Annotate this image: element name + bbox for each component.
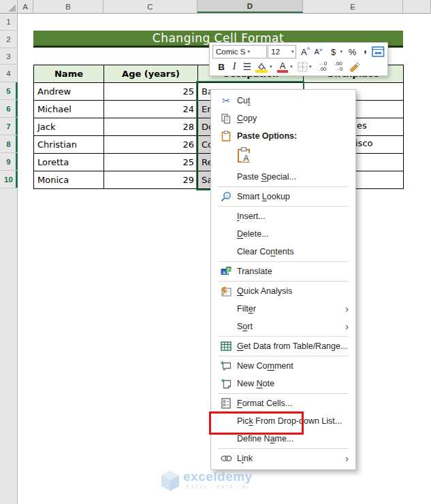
menu-item-delete[interactable]: Delete... [211, 225, 355, 243]
italic-button[interactable]: I [228, 60, 240, 73]
accounting-format-button[interactable]: $ [328, 45, 340, 58]
menu-item-label: New Note [237, 379, 274, 388]
borders-button[interactable] [296, 60, 308, 73]
cell-age[interactable]: 28 [104, 118, 198, 136]
font-size-combo[interactable]: 12 ▾ [268, 45, 296, 58]
menu-item-smart-lookup[interactable]: iSmart Lookup [211, 188, 355, 205]
column-header-B[interactable]: B [33, 0, 103, 13]
chevron-down-icon: ▾ [247, 49, 250, 54]
menu-item-label: Define Name... [237, 434, 293, 443]
bold-icon: B [218, 62, 225, 72]
row-header-6[interactable]: 6 [0, 100, 17, 118]
menu-item-pick-from-drop-down-list[interactable]: Pick From Drop-down List... [211, 412, 355, 430]
row-header-8[interactable]: 8 [0, 135, 17, 153]
chevron-down-icon[interactable]: ▾ [270, 64, 275, 69]
column-header-A[interactable]: A [18, 0, 33, 13]
menu-item-cut[interactable]: ✂Cut [211, 92, 355, 110]
chevron-down-icon[interactable]: ▾ [340, 49, 346, 54]
row-header-1[interactable]: 1 [0, 14, 17, 31]
percent-style-button[interactable]: % [346, 45, 358, 58]
cell-name[interactable]: Jack [34, 118, 104, 136]
menu-item-label: Translate [237, 267, 272, 276]
autofit-column-width-button[interactable] [372, 45, 385, 58]
align-lines-icon: ☰ [243, 61, 252, 72]
menu-item-new-comment[interactable]: New Comment [211, 357, 355, 375]
column-header-F-partial[interactable] [403, 0, 431, 13]
menu-item-sort[interactable]: Sort› [211, 318, 355, 335]
format-cells-icon [219, 398, 233, 409]
select-all-corner[interactable] [0, 0, 18, 13]
paste-option-keep-source-formatting[interactable]: A [211, 145, 355, 168]
menu-item-link[interactable]: Link› [211, 450, 355, 467]
svg-text:i: i [227, 193, 228, 198]
caret-down-icon: ˅ [319, 47, 323, 53]
column-header-D[interactable]: D [197, 0, 303, 13]
mini-toolbar-row-1: Comic S ▾ 12 ▾ A˄ A˅ $ ▾ % , [212, 44, 385, 59]
cell-name[interactable]: Christian [34, 136, 104, 154]
fill-color-button[interactable] [254, 60, 269, 73]
menu-item-filter[interactable]: Filter› [211, 300, 355, 318]
menu-item-clear-contents[interactable]: Clear Contents [211, 243, 355, 261]
cell-age[interactable]: 29 [104, 171, 198, 189]
svg-text:あ: あ [226, 267, 231, 272]
copy-icon [219, 114, 233, 124]
submenu-arrow-icon: › [345, 303, 349, 314]
paste-keep-text-icon: A [237, 147, 252, 166]
row-header-2[interactable]: 2 [0, 31, 17, 48]
decrease-font-size-button[interactable]: A˅ [313, 45, 325, 58]
cell-name[interactable]: Monica [34, 171, 104, 189]
link-icon [219, 455, 233, 462]
menu-item-insert[interactable]: Insert... [211, 207, 355, 225]
birthplace-fragment: isco [355, 138, 373, 148]
smart-lookup-icon: i [219, 191, 233, 202]
row-header-4[interactable]: 4 [0, 65, 17, 82]
borders-grid-icon [298, 62, 308, 72]
menu-item-paste-special[interactable]: Paste Special... [211, 168, 355, 186]
comma-style-button[interactable]: , [359, 45, 371, 58]
font-color-button[interactable]: A [276, 60, 289, 73]
cell-age[interactable]: 25 [104, 154, 198, 171]
column-header-E[interactable]: E [303, 0, 403, 13]
row-header-3[interactable]: 3 [0, 48, 17, 65]
translate-icon: aあ [219, 266, 233, 277]
row-header-10[interactable]: 10 [0, 171, 17, 188]
menu-item-label: Cut [237, 96, 250, 105]
decrease-decimal-button[interactable]: .00→0 [331, 60, 346, 73]
row-header-bar: 12345678910 [0, 14, 18, 504]
menu-item-translate[interactable]: aあTranslate [211, 263, 355, 280]
watermark-cube-icon [161, 470, 180, 492]
table-column-header: Name [34, 65, 104, 83]
cell-age[interactable]: 24 [104, 101, 198, 118]
cell-name[interactable]: Michael [34, 101, 104, 118]
cell-name[interactable]: Andrew [34, 83, 104, 101]
menu-item-new-note[interactable]: New Note [211, 375, 355, 392]
column-header-C[interactable]: C [103, 0, 197, 13]
menu-item-quick-analysis[interactable]: Quick Analysis [211, 282, 355, 300]
menu-item-get-data-from-table-range[interactable]: Get Data from Table/Range... [211, 337, 355, 355]
format-painter-button[interactable] [347, 60, 362, 73]
font-name-combo[interactable]: Comic S ▾ [212, 45, 267, 58]
menu-item-label: Link [237, 454, 253, 463]
cell-name[interactable]: Loretta [34, 154, 104, 171]
increase-font-size-button[interactable]: A˄ [300, 45, 312, 58]
chevron-down-icon[interactable]: ▾ [309, 64, 315, 69]
row-header-5[interactable]: 5 [0, 82, 17, 100]
menu-item-label: Copy [237, 114, 257, 123]
align-center-button[interactable]: ☰ [241, 60, 253, 73]
font-color-bar [277, 70, 288, 73]
increase-decimal-button[interactable]: ←0.00 [315, 60, 330, 73]
caret-up-icon: ˄ [307, 46, 310, 52]
mini-toolbar: Comic S ▾ 12 ▾ A˄ A˅ $ ▾ % , [209, 42, 388, 76]
row-header-7[interactable]: 7 [0, 118, 17, 135]
cell-age[interactable]: 25 [104, 83, 198, 101]
menu-item-format-cells[interactable]: Format Cells... [211, 394, 355, 412]
bold-button[interactable]: B [215, 60, 227, 73]
chevron-down-icon[interactable]: ▾ [290, 64, 296, 69]
percent-icon: % [349, 47, 357, 57]
menu-item-copy[interactable]: Copy [211, 110, 355, 127]
row-header-9[interactable]: 9 [0, 153, 17, 171]
font-size-value: 12 [271, 48, 280, 56]
cell-age[interactable]: 26 [104, 136, 198, 154]
font-name-value: Comic S [216, 48, 245, 56]
menu-item-define-name[interactable]: Define Name... [211, 430, 355, 448]
